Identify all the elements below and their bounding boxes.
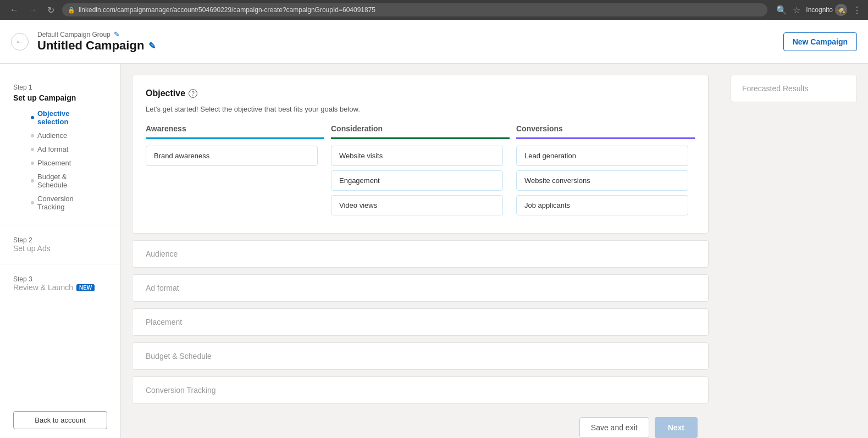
incognito-label: Incognito: [806, 6, 833, 14]
objective-columns: Awareness Brand awareness Consideration …: [146, 124, 695, 220]
option-engagement[interactable]: Engagement: [331, 170, 503, 191]
campaign-title-text: Untitled Campaign: [37, 38, 144, 53]
sidebar-divider1: [0, 225, 120, 225]
option-video-views[interactable]: Video views: [331, 195, 503, 215]
sidebar-item-audience-label: Audience: [37, 131, 67, 140]
forecasted-card: Forecasted Results: [731, 75, 857, 102]
sidebar-item-conversion-label: Conversion Tracking: [37, 195, 94, 211]
step2-label: Step 2: [13, 236, 107, 244]
browser-nav[interactable]: ← → ↻: [7, 4, 58, 16]
collapsed-budget: Budget & Schedule: [132, 342, 709, 370]
bullet-icon: [31, 134, 34, 137]
sidebar-item-placement-label: Placement: [37, 159, 71, 167]
awareness-column: Awareness Brand awareness: [146, 124, 324, 220]
bullet-icon: [31, 179, 34, 182]
campaign-title-edit-icon[interactable]: ✎: [148, 41, 156, 51]
awareness-header: Awareness: [146, 124, 324, 139]
search-icon[interactable]: 🔍: [776, 5, 787, 15]
sidebar-item-placement[interactable]: Placement: [13, 156, 107, 170]
col-sep1: [324, 124, 331, 220]
conversions-column: Conversions Lead generation Website conv…: [516, 124, 695, 220]
col-sep2: [510, 124, 516, 220]
collapsed-audience-label: Audience: [146, 250, 178, 258]
option-website-visits[interactable]: Website visits: [331, 146, 503, 166]
bullet-icon: [31, 148, 34, 151]
sidebar-divider2: [0, 264, 120, 264]
option-lead-generation[interactable]: Lead generation: [516, 146, 688, 166]
url-text: linkedin.com/campaignmanager/account/504…: [79, 6, 375, 14]
collapsed-budget-label: Budget & Schedule: [146, 352, 212, 361]
browser-actions: 🔍 ☆ Incognito 🕵 ⋮: [776, 4, 861, 16]
sidebar-step2: Step 2 Set up Ads: [0, 230, 120, 259]
conversions-header: Conversions: [516, 124, 695, 139]
forward-nav-icon[interactable]: →: [25, 4, 41, 16]
sidebar-step1: Step 1 Set up Campaign Objective selecti…: [0, 77, 120, 220]
campaign-group: Default Campaign Group ✎: [37, 30, 156, 38]
bullet-icon: [31, 116, 34, 119]
campaign-group-edit-icon[interactable]: ✎: [114, 30, 120, 38]
collapsed-placement: Placement: [132, 308, 709, 336]
consideration-column: Consideration Website visits Engagement …: [331, 124, 510, 220]
next-button[interactable]: Next: [655, 417, 698, 438]
step1-label: Step 1: [13, 84, 107, 91]
bottom-actions: Save and exit Next: [132, 411, 709, 438]
lock-icon: 🔒: [68, 7, 75, 14]
bullet-icon: [31, 162, 34, 165]
sidebar-item-adformat-label: Ad format: [37, 145, 68, 153]
option-brand-awareness[interactable]: Brand awareness: [146, 146, 318, 166]
forecasted-title: Forecasted Results: [742, 84, 809, 93]
sidebar-nav-items: Objective selection Audience Ad format P…: [13, 107, 107, 214]
collapsed-conversion-tracking: Conversion Tracking: [132, 376, 709, 404]
objective-header: Objective ?: [146, 88, 695, 98]
back-nav-icon[interactable]: ←: [7, 4, 22, 16]
sidebar-item-budget-label: Budget & Schedule: [37, 173, 94, 189]
url-bar: 🔒 linkedin.com/campaignmanager/account/5…: [62, 3, 767, 16]
step3-title: Review & Launch NEW: [13, 283, 107, 292]
campaign-group-name: Default Campaign Group: [37, 31, 110, 38]
new-badge: NEW: [76, 284, 95, 291]
incognito-badge: Incognito 🕵: [806, 4, 847, 16]
collapsed-placement-label: Placement: [146, 318, 182, 326]
consideration-header: Consideration: [331, 124, 510, 139]
objective-subtitle: Let's get started! Select the objective …: [146, 105, 695, 113]
browser-chrome: ← → ↻ 🔒 linkedin.com/campaignmanager/acc…: [0, 0, 868, 20]
help-icon[interactable]: ?: [189, 89, 197, 98]
reload-icon[interactable]: ↻: [44, 4, 58, 16]
option-website-conversions[interactable]: Website conversions: [516, 170, 688, 191]
new-campaign-button[interactable]: New Campaign: [783, 32, 857, 51]
step2-title: Set up Ads: [13, 244, 107, 253]
menu-icon[interactable]: ⋮: [853, 5, 861, 15]
collapsed-audience: Audience: [132, 240, 709, 268]
content-area: Objective ? Let's get started! Select th…: [121, 64, 720, 438]
sidebar-item-audience[interactable]: Audience: [13, 129, 107, 142]
step3-label: Step 3: [13, 275, 107, 283]
collapsed-adformat-label: Ad format: [146, 284, 179, 292]
header-back-button[interactable]: ←: [11, 33, 29, 51]
sidebar-step3: Step 3 Review & Launch NEW: [0, 269, 120, 298]
step3-title-text: Review & Launch: [13, 283, 73, 292]
campaign-title: Untitled Campaign ✎: [37, 38, 156, 53]
save-exit-button[interactable]: Save and exit: [579, 417, 649, 438]
objective-card: Objective ? Let's get started! Select th…: [132, 75, 709, 234]
campaign-info: Default Campaign Group ✎ Untitled Campai…: [37, 30, 156, 53]
sidebar: Step 1 Set up Campaign Objective selecti…: [0, 64, 121, 438]
sidebar-item-conversion[interactable]: Conversion Tracking: [13, 192, 107, 214]
app-header: ← Default Campaign Group ✎ Untitled Camp…: [0, 20, 868, 64]
sidebar-item-budget[interactable]: Budget & Schedule: [13, 170, 107, 192]
bullet-icon: [31, 201, 34, 204]
back-to-account-button[interactable]: Back to account: [13, 411, 107, 429]
sidebar-item-adformat[interactable]: Ad format: [13, 142, 107, 156]
incognito-icon: 🕵: [835, 4, 847, 16]
option-job-applicants[interactable]: Job applicants: [516, 195, 688, 215]
collapsed-adformat: Ad format: [132, 274, 709, 302]
collapsed-conversion-label: Conversion Tracking: [146, 386, 216, 395]
right-panel: Forecasted Results: [720, 64, 868, 438]
star-icon[interactable]: ☆: [793, 5, 800, 15]
sidebar-item-objective[interactable]: Objective selection: [13, 107, 107, 129]
main-layout: Step 1 Set up Campaign Objective selecti…: [0, 64, 868, 438]
objective-title: Objective: [146, 88, 185, 98]
step1-title: Set up Campaign: [13, 93, 107, 102]
sidebar-item-objective-label: Objective selection: [37, 109, 94, 126]
